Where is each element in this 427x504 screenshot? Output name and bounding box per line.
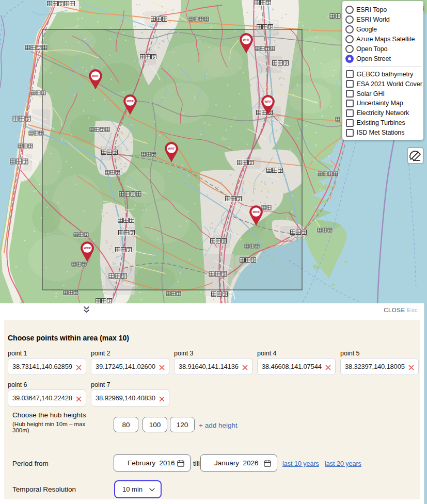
svg-text:WRF: WRF <box>92 74 99 77</box>
svg-text:WRF: WRF <box>168 147 175 150</box>
svg-text:WRF: WRF <box>252 210 260 214</box>
svg-text:WRF: WRF <box>264 100 272 103</box>
svg-text:WRF: WRF <box>126 100 134 103</box>
svg-text:WRF: WRF <box>84 247 91 250</box>
svg-text:WRF: WRF <box>243 38 250 41</box>
